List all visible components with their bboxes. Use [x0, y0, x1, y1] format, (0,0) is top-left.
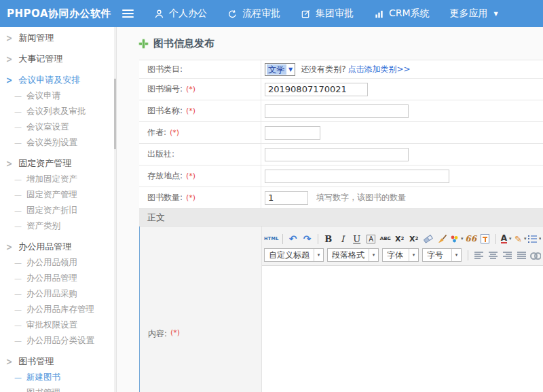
chevron-right-icon: > — [6, 356, 12, 367]
sidebar-item-supplies-manage[interactable]: —办公用品管理 — [0, 271, 116, 286]
sidebar-item-asset-manage[interactable]: —固定资产管理 — [0, 187, 116, 203]
sidebar-item-supplies-category[interactable]: —办公用品分类设置 — [0, 333, 116, 349]
sidebar-item-asset-add[interactable]: —增加固定资产 — [0, 172, 116, 187]
category-selected-value: 文学 — [267, 64, 286, 75]
sidebar-item-label: 审批权限设置 — [26, 319, 77, 331]
quantity-label: 图书数量:(*) — [139, 187, 261, 208]
caret-down-icon: ▼ — [494, 11, 498, 17]
sidebar-item-label: 固定资产管理 — [18, 157, 71, 170]
italic-button[interactable]: I — [336, 232, 350, 246]
dash-icon: — — [14, 373, 22, 382]
sidebar-item-supplies-purchase[interactable]: —办公用品采购 — [0, 286, 116, 302]
book-code-input[interactable] — [265, 83, 368, 96]
sidebar-item-asset-category[interactable]: —资产类别 — [0, 218, 116, 234]
sidebar-item-meeting-list[interactable]: —会议列表及审批 — [0, 104, 116, 119]
sidebar-item-asset-depreciation[interactable]: —固定资产折旧 — [0, 203, 116, 218]
dash-icon: — — [14, 107, 22, 116]
chevron-right-icon: > — [6, 33, 12, 43]
sidebar-item-approval-permission[interactable]: —审批权限设置 — [0, 317, 116, 333]
paste-from-word-icon[interactable] — [479, 232, 492, 246]
sidebar-item-supplies-inventory[interactable]: —办公用品库存管理 — [0, 302, 116, 317]
bold-button[interactable]: B — [322, 232, 335, 246]
dash-icon: — — [14, 389, 22, 392]
paragraph-format-dropdown[interactable]: 段落格式▾ — [327, 248, 379, 262]
align-left-icon — [474, 252, 483, 259]
align-justify-button[interactable] — [514, 248, 528, 262]
required-mark: (*) — [186, 85, 195, 94]
sidebar-item-asset-mgmt[interactable]: >固定资产管理 — [0, 155, 116, 172]
sidebar-item-meeting-apply[interactable]: —会议申请 — [0, 88, 116, 104]
insert-link-button[interactable] — [529, 248, 541, 262]
nav-crm-system[interactable]: CRM系统 — [374, 7, 430, 20]
toolbar-separator — [495, 234, 496, 244]
app-logo: PHPOA协同办公软件 — [0, 7, 117, 20]
blockquote-button[interactable]: 66 — [464, 232, 478, 246]
underline-button[interactable]: U — [350, 232, 364, 246]
char-border-button[interactable]: A — [364, 232, 378, 246]
nav-personal-office[interactable]: 个人办公 — [154, 7, 207, 20]
sidebar-item-label: 图书管理 — [26, 387, 60, 392]
sidebar-scrollbar-thumb[interactable] — [114, 79, 116, 149]
book-name-input[interactable] — [265, 104, 409, 118]
redo-button[interactable]: ↷ — [301, 232, 314, 246]
sidebar-item-supplies-claim[interactable]: —办公用品领用 — [0, 255, 116, 271]
sidebar-item-meeting-room[interactable]: —会议室设置 — [0, 119, 116, 135]
required-mark: (*) — [170, 128, 179, 137]
page-title-text: 图书信息发布 — [153, 37, 214, 50]
publisher-input[interactable] — [265, 148, 409, 161]
editor-content-area[interactable] — [262, 266, 543, 392]
sidebar-item-news-mgmt[interactable]: >新闻管理 — [0, 30, 116, 46]
format-brush-icon[interactable] — [436, 232, 449, 246]
sidebar-item-supplies-mgmt[interactable]: >办公用品管理 — [0, 239, 116, 255]
align-right-button[interactable] — [500, 248, 514, 262]
superscript-button[interactable]: X2 — [393, 232, 407, 246]
category-select[interactable]: 文学 ▼ — [265, 63, 295, 76]
quantity-hint: 填写数字，该图书的数量 — [316, 192, 406, 203]
subscript-button[interactable]: X2 — [407, 232, 421, 246]
chevron-right-icon: > — [6, 158, 12, 169]
toolbar-separator — [468, 250, 468, 260]
publisher-label: 出版社: — [139, 144, 261, 165]
dash-icon: — — [14, 321, 22, 330]
author-input[interactable] — [265, 126, 320, 140]
strikethrough-button[interactable]: ABC — [379, 232, 392, 246]
nav-more-apps[interactable]: 更多应用 ▼ — [450, 7, 498, 20]
sidebar-item-book-manage[interactable]: —图书管理 — [0, 385, 116, 392]
sidebar-item-events-mgmt[interactable]: >大事记管理 — [0, 51, 116, 67]
align-left-button[interactable] — [472, 248, 485, 262]
font-size-dropdown[interactable]: 字号▾ — [422, 248, 462, 262]
sidebar-item-label: 大事记管理 — [18, 53, 62, 65]
plus-icon — [139, 39, 148, 48]
sidebar-item-book-mgmt[interactable]: >图书管理 — [0, 353, 116, 370]
sidebar-item-meeting-category[interactable]: —会议类别设置 — [0, 135, 116, 151]
editor-toolbar-row-2: 自定义标题▾ 段落格式▾ 字体▾ 字号▾ — [264, 247, 541, 263]
nav-workflow-approval[interactable]: 流程审批 — [227, 7, 280, 20]
top-bar: PHPOA协同办公软件 个人办公 流程审批 集团审批 CRM系统 更多应用 ▼ — [0, 0, 543, 27]
quantity-input[interactable] — [265, 191, 308, 205]
sidebar-item-book-new[interactable]: —新建图书 — [0, 370, 116, 385]
undo-button[interactable]: ↶ — [286, 232, 300, 246]
highlight-pen-icon[interactable]: ✎▾ — [514, 232, 527, 246]
ordered-list-button[interactable]: ▾ — [528, 232, 541, 246]
dash-icon: — — [14, 290, 22, 298]
location-input[interactable] — [265, 170, 449, 183]
align-center-button[interactable] — [486, 248, 500, 262]
rich-text-editor: HTML ↶ ↷ B I U A ABC X2 X2 — [262, 227, 543, 392]
nav-group-approval[interactable]: 集团审批 — [301, 7, 354, 20]
html-source-button[interactable]: HTML — [264, 232, 279, 246]
font-color-button[interactable]: A▾ — [500, 232, 513, 246]
sidebar-item-label: 图书管理 — [18, 355, 54, 368]
sidebar-item-label: 办公用品库存管理 — [26, 304, 94, 315]
font-family-dropdown[interactable]: 字体▾ — [382, 248, 419, 262]
sidebar-item-label: 办公用品采购 — [26, 288, 77, 300]
dash-icon: — — [14, 92, 22, 100]
color-palette-icon[interactable]: ▾ — [450, 232, 464, 246]
sidebar-item-meeting-mgmt[interactable]: >会议申请及安排 — [0, 72, 116, 88]
add-category-link[interactable]: 点击添加类别>> — [348, 64, 411, 75]
sidebar: >新闻管理 >大事记管理 >会议申请及安排 —会议申请 —会议列表及审批 —会议… — [0, 27, 117, 392]
name-label: 图书名称:(*) — [139, 100, 261, 121]
eraser-icon[interactable] — [422, 232, 435, 246]
sidebar-item-label: 固定资产管理 — [26, 189, 77, 201]
hamburger-menu-icon[interactable] — [122, 9, 134, 18]
custom-title-dropdown[interactable]: 自定义标题▾ — [264, 248, 324, 262]
